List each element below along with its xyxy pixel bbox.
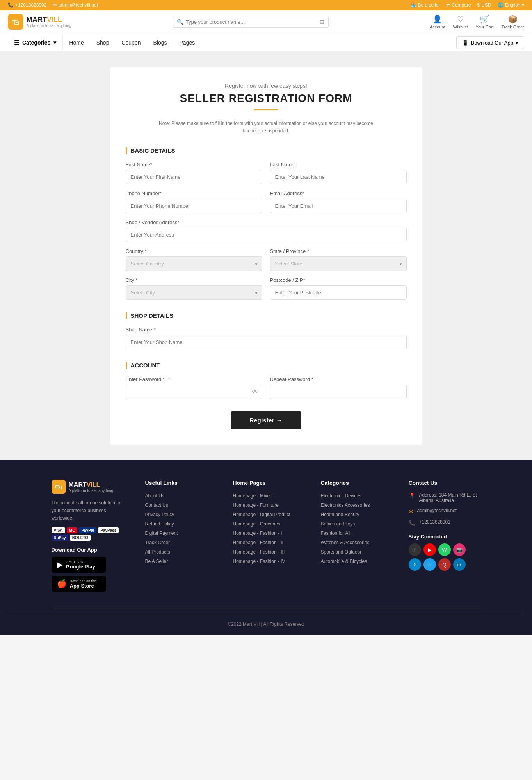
homepage-fashion2-link[interactable]: Homepage - Fashion - II [233,540,283,545]
logo[interactable]: 🛍 MARTVILL A platform to sell anything [8,14,71,30]
password-input[interactable] [126,385,262,399]
homepage-fashion4-link[interactable]: Homepage - Fashion - IV [233,559,285,564]
contact-title: Contact Us [409,480,481,486]
instagram-button[interactable]: 📷 [453,543,466,556]
automobile-link[interactable]: Automobile & Bicycles [321,559,367,564]
location-icon: 📍 [409,493,415,499]
sports-outdoor-link[interactable]: Sports and Outdoor [321,549,362,555]
country-state-row: Country * Select Country State / Provinc… [126,248,407,271]
country-select[interactable]: Select Country [126,256,262,271]
homepage-digital-link[interactable]: Homepage - Digital Product [233,512,290,517]
nav: ☰ Categories ▾ Home Shop Coupon Blogs Pa… [0,34,532,52]
password-wrapper: 👁 [126,385,262,399]
first-name-input[interactable] [126,170,262,184]
electronics-accessories-link[interactable]: Electronics Accessories [321,502,370,508]
download-section: Download Our App ▶ GET IT ON Google Play… [52,547,130,592]
whatsapp-button[interactable]: W [438,543,451,556]
cart-link[interactable]: 🛒 Your Cart [476,14,494,29]
list-item: Privacy Policy [145,511,217,517]
email-input[interactable] [270,199,407,213]
footer-contact: Contact Us 📍 Address: 184 Main Rd E, St … [409,480,481,595]
be-seller-link[interactable]: 🏪 Be a seller [411,2,440,8]
refund-policy-link[interactable]: Refund Policy [145,521,174,527]
track-order-link[interactable]: Track Order [145,540,170,545]
address-input[interactable] [126,228,407,242]
about-us-link[interactable]: About Us [145,493,164,499]
youtube-button[interactable]: ▶ [423,543,436,556]
city-select[interactable]: Select City [126,285,262,300]
seller-icon: 🏪 [411,2,416,8]
quora-button[interactable]: Q [438,558,451,571]
google-play-button[interactable]: ▶ GET IT ON Google Play [52,557,106,573]
nav-pages[interactable]: Pages [173,34,201,51]
homepage-mixed-link[interactable]: Homepage - Mixed [233,493,272,499]
watches-link[interactable]: Watches & Accessories [321,540,370,545]
babies-toys-link[interactable]: Babies and Toys [321,521,355,527]
contact-email-item: ✉ admin@techvill.net [409,508,481,515]
download-app-button[interactable]: 📱 Download Our App ▾ [456,36,524,49]
repeat-password-input[interactable] [270,385,407,399]
language-selector[interactable]: 🌐 English ▾ [498,2,524,8]
list-item: Refund Policy [145,520,217,527]
nav-coupon[interactable]: Coupon [115,34,147,51]
list-item: Watches & Accessories [321,539,393,545]
country-group: Country * Select Country [126,248,262,271]
search-bar: 🔍 ⊞ [173,16,329,28]
form-container: Register now with few easy steps! SELLER… [110,67,422,445]
search-input[interactable] [186,19,320,25]
track-order-link[interactable]: 📦 Track Order [502,14,524,29]
last-name-input[interactable] [270,170,407,184]
linkedin-button[interactable]: in [453,558,466,571]
twitter-button[interactable]: 🐦 [423,558,436,571]
nav-shop[interactable]: Shop [90,34,116,51]
homepage-fashion1-link[interactable]: Homepage - Fashion - I [233,531,282,536]
mobile-icon: 📱 [462,40,468,46]
brand-tagline: A platform to sell anything [27,23,71,28]
nav-links: Home Shop Coupon Blogs Pages [63,34,201,51]
account-section: ACCOUNT Enter Password * ? 👁 Repeat Pass… [126,362,407,399]
contact-phone-item: 📞 +12013828901 [409,519,481,526]
homepage-fashion3-link[interactable]: Homepage - Fashion - III [233,549,285,555]
register-button[interactable]: Register → [231,411,301,429]
form-subtitle: Register now with few easy steps! [126,83,407,89]
account-header: ACCOUNT [126,362,407,369]
payment-icons: VISA MC PayPal PayPass RuPay BOLETO [52,527,130,541]
footer-top: 🛍 MARTVILL A platform to sell anything T… [52,480,481,607]
eye-icon[interactable]: 👁 [252,388,258,395]
contact-us-link[interactable]: Contact Us [145,502,168,508]
all-products-link[interactable]: All Products [145,549,170,555]
compare-link[interactable]: ⇄ Compare [446,2,471,8]
list-item: Health and Beauty [321,511,393,517]
facebook-button[interactable]: f [409,543,421,556]
health-beauty-link[interactable]: Health and Beauty [321,512,359,517]
nav-home[interactable]: Home [63,34,90,51]
basic-details-header: BASIC DETAILS [126,147,407,154]
nav-left: ☰ Categories ▾ Home Shop Coupon Blogs Pa… [8,34,201,51]
visa-icon: VISA [52,527,65,533]
shop-name-input[interactable] [126,335,407,349]
filter-icon[interactable]: ⊞ [320,19,324,25]
app-store-button[interactable]: 🍎 Download on the App Store [52,576,106,592]
homepage-furniture-link[interactable]: Homepage - Furniture [233,502,279,508]
categories-button[interactable]: ☰ Categories ▾ [8,35,63,50]
postcode-input[interactable] [270,285,407,300]
fashion-all-link[interactable]: Fashion for All [321,531,351,536]
currency-link[interactable]: $ USD [477,2,491,8]
digital-payment-link[interactable]: Digital Payment [145,531,178,536]
help-icon[interactable]: ? [168,376,171,382]
electronics-devices-link[interactable]: Electronics Devices [321,493,362,499]
privacy-policy-link[interactable]: Privacy Policy [145,512,174,517]
track-icon: 📦 [508,14,518,24]
wishlist-link[interactable]: ♡ Wishlist [453,14,468,29]
phone-input[interactable] [126,199,262,213]
phone-link[interactable]: 📞 +12013828902 [8,2,46,8]
email-link[interactable]: ✉ admin@techvill.net [53,2,98,8]
form-note: Note: Please make sure to fill in the fo… [157,120,375,135]
nav-blogs[interactable]: Blogs [147,34,173,51]
account-link[interactable]: 👤 Account [430,14,445,29]
telegram-button[interactable]: ✈ [409,558,421,571]
copyright-text: ©2022 Mart Vill | All Rights Reserved [228,622,304,627]
homepage-groceries-link[interactable]: Homepage - Groceries [233,521,280,527]
state-select[interactable]: Select State [270,256,407,271]
be-seller-link[interactable]: Be A Seller [145,559,168,564]
